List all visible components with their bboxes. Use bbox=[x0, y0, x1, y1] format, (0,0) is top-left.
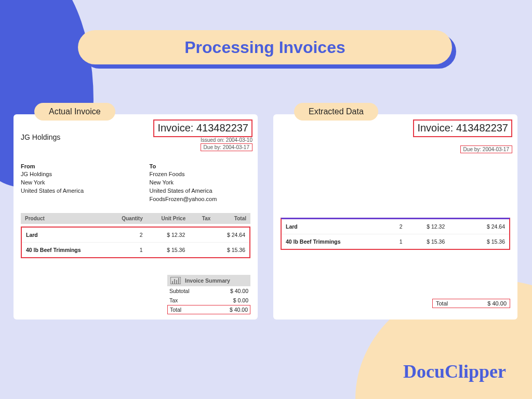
to-line3: United States of America bbox=[150, 187, 250, 195]
tax-label: Tax bbox=[169, 297, 178, 303]
total-label: Total bbox=[170, 307, 181, 313]
cell-total: $ 24.64 bbox=[210, 232, 245, 238]
table-row: Lard 2 $ 12.32 $ 24.64 bbox=[22, 228, 249, 242]
summary-subtotal: Subtotal $ 40.00 bbox=[167, 286, 250, 296]
line-items-header: Product Quantity Unit Price Tax Total bbox=[21, 213, 250, 224]
due-by-box: Due by: 2004-03-17 bbox=[201, 143, 252, 151]
cell-qty: 1 bbox=[370, 238, 402, 245]
header-tax: Tax bbox=[185, 216, 210, 221]
page-title: Processing Invoices bbox=[184, 38, 345, 57]
to-line2: New York bbox=[150, 179, 250, 187]
cell-total: $ 15.36 bbox=[210, 247, 245, 253]
from-line3: United States of America bbox=[21, 187, 150, 195]
table-row: 40 lb Beef Trimmings 1 $ 15.36 $ 15.36 bbox=[22, 242, 249, 257]
page-title-pill: Processing Invoices bbox=[78, 30, 452, 64]
invoice-number-box: Invoice: 413482237 bbox=[413, 119, 512, 137]
from-line1: JG Holdings bbox=[21, 170, 150, 179]
line-items-highlight: Lard 2 $ 12.32 $ 24.64 40 lb Beef Trimmi… bbox=[21, 227, 250, 258]
invoice-number-box: Invoice: 413482237 bbox=[153, 119, 252, 137]
tax-value: $ 0.00 bbox=[233, 297, 248, 303]
address-row: From JG Holdings New York United States … bbox=[21, 163, 250, 204]
extracted-total-box: Total $ 40.00 bbox=[432, 299, 510, 308]
cell-product: Lard bbox=[286, 223, 370, 230]
bar-chart-icon bbox=[170, 277, 181, 284]
tab-actual-invoice: Actual Invoice bbox=[34, 103, 115, 121]
line-items-highlight: Lard 2 $ 12.32 $ 24.64 40 lb Beef Trimmi… bbox=[281, 218, 510, 250]
actual-invoice-card: Actual Invoice Invoice: 413482237 JG Hol… bbox=[14, 114, 258, 320]
cell-price: $ 15.36 bbox=[403, 238, 445, 245]
extracted-data-card: Extracted Data Invoice: 413482237 Due by… bbox=[273, 114, 517, 320]
to-line4: FoodsFrozen@yahoo.com bbox=[150, 195, 250, 204]
to-label: To bbox=[150, 163, 250, 169]
to-line1: Frozen Foods bbox=[150, 170, 250, 179]
invoice-meta: Issued on: 2004-03-10 Due by: 2004-03-17 bbox=[201, 137, 252, 151]
header-total: Total bbox=[210, 216, 246, 221]
summary-header: Invoice Summary bbox=[167, 275, 250, 286]
header-unit-price: Unit Price bbox=[143, 216, 185, 221]
invoice-summary: Invoice Summary Subtotal $ 40.00 Tax $ 0… bbox=[167, 275, 250, 314]
summary-tax: Tax $ 0.00 bbox=[167, 296, 250, 305]
cell-product: 40 lb Beef Trimmings bbox=[286, 238, 370, 245]
total-value: $ 40.00 bbox=[230, 307, 248, 313]
tab-extracted-data: Extracted Data bbox=[294, 103, 378, 121]
subtotal-value: $ 40.00 bbox=[230, 288, 248, 294]
table-row: Lard 2 $ 12.32 $ 24.64 bbox=[282, 219, 509, 234]
from-address: From JG Holdings New York United States … bbox=[21, 163, 150, 204]
total-label: Total bbox=[436, 300, 448, 307]
cell-qty: 1 bbox=[111, 247, 142, 253]
page-title-wrap: Processing Invoices bbox=[78, 30, 452, 64]
subtotal-label: Subtotal bbox=[169, 288, 190, 294]
cell-price: $ 12.32 bbox=[403, 223, 445, 230]
from-line2: New York bbox=[21, 179, 150, 187]
issued-on: Issued on: 2004-03-10 bbox=[201, 137, 252, 143]
cell-total: $ 24.64 bbox=[470, 223, 505, 230]
cell-qty: 2 bbox=[111, 232, 142, 238]
cell-product: 40 lb Beef Trimmings bbox=[26, 247, 111, 253]
summary-title: Invoice Summary bbox=[185, 277, 230, 284]
header-quantity: Quantity bbox=[111, 216, 143, 221]
to-address: To Frozen Foods New York United States o… bbox=[150, 163, 250, 204]
cell-product: Lard bbox=[26, 232, 111, 238]
cell-price: $ 15.36 bbox=[143, 247, 185, 253]
table-row: 40 lb Beef Trimmings 1 $ 15.36 $ 15.36 bbox=[282, 234, 509, 249]
header-product: Product bbox=[25, 216, 111, 221]
invoice-meta: Due by: 2004-03-17 bbox=[460, 137, 512, 153]
cell-price: $ 12.32 bbox=[143, 232, 185, 238]
cell-total: $ 15.36 bbox=[470, 238, 505, 245]
total-value: $ 40.00 bbox=[487, 300, 507, 307]
brand-logo: DocuClipper bbox=[403, 361, 506, 382]
cell-qty: 2 bbox=[370, 223, 402, 230]
due-by-box: Due by: 2004-03-17 bbox=[460, 145, 512, 153]
from-label: From bbox=[21, 163, 150, 169]
summary-total-box: Total $ 40.00 bbox=[167, 305, 250, 314]
